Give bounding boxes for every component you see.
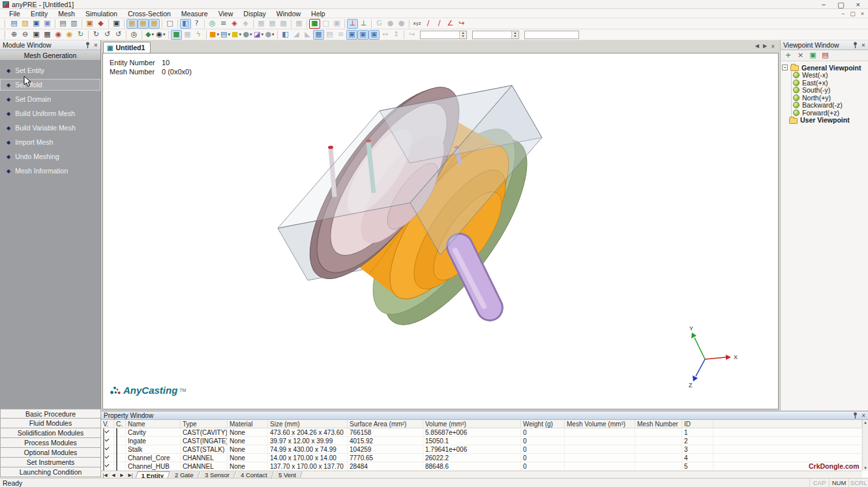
pane-layout-icon[interactable]: ◧ xyxy=(180,19,191,29)
rotate-x-icon[interactable]: ↻ xyxy=(91,30,102,40)
rotate-free-icon[interactable]: ↻ xyxy=(75,30,86,40)
tool-wrench-icon[interactable]: ● xyxy=(385,19,396,29)
stamp-icon[interactable]: ◆ xyxy=(95,19,106,29)
spinner-down-icon[interactable]: ▼ xyxy=(512,35,518,38)
measure-xyz-icon[interactable]: xyz xyxy=(412,19,423,29)
table-row-channel_hub[interactable]: Channel_HUBCHANNELNone137.70 x 170.00 x … xyxy=(101,462,862,471)
module-group-fluid-modules[interactable]: Fluid Modules xyxy=(0,419,101,428)
zoom-previous-icon[interactable]: ◉ xyxy=(64,30,75,40)
show-core-icon[interactable]: ■▾ xyxy=(231,30,242,40)
color-swatch[interactable] xyxy=(116,445,117,454)
module-group-basic-procedure[interactable]: Basic Procedure xyxy=(0,409,101,419)
pane-quad-icon[interactable]: ▣ xyxy=(368,30,380,40)
mdi-restore-icon[interactable]: ▢ xyxy=(850,10,856,17)
zoom-extents-icon[interactable]: ▦ xyxy=(42,30,53,40)
tree-node-backwardz[interactable]: Backward(-z) xyxy=(793,102,867,110)
add-viewpoint-icon[interactable]: + xyxy=(783,51,794,61)
casting-3d-model[interactable]: X Y Z xyxy=(103,53,779,410)
zoom-out-icon[interactable]: ⊖ xyxy=(20,30,31,40)
tree-node-user-viewpoint[interactable]: User Viewpoint xyxy=(789,117,867,125)
maximize-icon[interactable]: ▢ xyxy=(837,1,844,8)
column-header-c-[interactable]: C. xyxy=(114,420,126,428)
pane-list-icon[interactable]: ≡ xyxy=(335,30,346,40)
tree-node-northy[interactable]: North(+y) xyxy=(793,94,867,102)
new-model-icon[interactable]: ▤ xyxy=(8,19,20,29)
screen-capture-icon[interactable]: ▣ xyxy=(111,19,122,29)
select-entity-icon[interactable]: ◎ xyxy=(207,19,218,29)
export-viewpoint-icon[interactable]: ▤ xyxy=(820,51,831,61)
module-item-mesh-information[interactable]: ◆Mesh Information xyxy=(0,165,100,177)
module-group-process-modules[interactable]: Process Modules xyxy=(0,438,101,448)
pin-icon[interactable] xyxy=(852,412,858,419)
toolbar-text-field[interactable] xyxy=(524,31,579,39)
sheet-nav-prev-icon[interactable]: ◀ xyxy=(110,473,118,478)
rotate-y-icon[interactable]: ↺ xyxy=(102,30,113,40)
zoom-target-icon[interactable]: ◉ xyxy=(53,30,64,40)
viewpoint-close-icon[interactable]: × xyxy=(861,41,865,49)
module-item-build-uniform-mesh[interactable]: ◆Build Uniform Mesh xyxy=(0,108,100,119)
view-plane-xy-icon[interactable]: ▦ xyxy=(127,19,138,29)
property-scrollbar[interactable]: ▲ ▼ xyxy=(862,420,868,471)
render-quick-icon[interactable]: ϟ xyxy=(193,30,204,40)
module-item-build-variable-mesh[interactable]: ◆Build Variable Mesh xyxy=(0,122,100,134)
spinner-down-icon[interactable]: ▼ xyxy=(460,35,466,38)
color-cell[interactable] xyxy=(114,437,126,445)
entity-partial-icon[interactable]: ▣ xyxy=(331,19,342,29)
tree-node-westx[interactable]: West(-x) xyxy=(793,72,867,80)
sheet-nav-next-icon[interactable]: ▶ xyxy=(118,473,127,478)
color-swatch[interactable] xyxy=(116,437,117,445)
minimize-icon[interactable]: − xyxy=(822,1,826,8)
module-item-set-mold[interactable]: ◆Set Mold xyxy=(0,79,100,91)
column-header-name[interactable]: Name xyxy=(126,420,181,428)
print-preview-icon[interactable]: ▥ xyxy=(68,19,80,29)
view-plane-custom-icon[interactable]: □ xyxy=(164,19,175,29)
zoom-window-icon[interactable]: ▣ xyxy=(31,30,42,40)
entity-hidden-icon[interactable]: □ xyxy=(320,19,331,29)
column-header-material[interactable]: Material xyxy=(228,420,268,428)
menu-mesh[interactable]: Mesh xyxy=(53,10,80,18)
menu-simulation[interactable]: Simulation xyxy=(80,10,123,18)
column-header-mesh-volume-mm-[interactable]: Mesh Volume (mm³) xyxy=(565,420,635,428)
select-scale-icon[interactable]: ◣ xyxy=(302,30,313,40)
table-row-ingate[interactable]: IngateCAST(INGATE)None39.97 x 12.00 x 39… xyxy=(101,437,862,445)
tool-sphere-icon[interactable]: ● xyxy=(396,19,407,29)
menu-measure[interactable]: Measure xyxy=(176,10,213,18)
print-icon[interactable]: ▤ xyxy=(57,19,68,29)
scroll-down-icon[interactable]: ▼ xyxy=(863,466,867,470)
color-swatch[interactable] xyxy=(116,462,117,471)
pane-axes-icon[interactable]: ▤ xyxy=(324,30,335,40)
color-cell[interactable] xyxy=(114,428,126,437)
property-close-icon[interactable]: × xyxy=(861,412,865,419)
menu-entity[interactable]: Entity xyxy=(25,10,53,18)
zoom-in-icon[interactable]: ⊕ xyxy=(8,30,20,40)
color-cell[interactable] xyxy=(114,462,126,471)
tree-node-eastx[interactable]: East(+x) xyxy=(793,79,867,87)
show-cast-icon[interactable]: ■▾ xyxy=(209,30,220,40)
show-cylinder-icon[interactable]: ●▾ xyxy=(264,30,275,40)
display-eye-icon[interactable]: ◉▾ xyxy=(155,30,166,40)
redo-icon[interactable]: ↪ xyxy=(406,30,417,40)
visibility-cell[interactable] xyxy=(101,437,114,445)
tree-node-southy[interactable]: South(-y) xyxy=(793,87,867,95)
module-close-icon[interactable]: × xyxy=(94,41,98,49)
view-cube-icon[interactable]: ◧ xyxy=(280,30,291,40)
display-shaded-icon[interactable]: ◆▾ xyxy=(144,30,155,40)
column-header-id[interactable]: ID xyxy=(682,420,713,428)
save-as-icon[interactable]: ▣ xyxy=(42,19,53,29)
mesh-smooth-icon[interactable]: ▩ xyxy=(278,19,289,29)
menu-cross-section[interactable]: Cross-Section xyxy=(123,10,176,18)
help-icon[interactable]: ? xyxy=(191,19,202,29)
mdi-close-icon[interactable]: × xyxy=(861,10,864,17)
mesh-size-spinner[interactable]: ▲▼ xyxy=(420,31,467,39)
visibility-checkbox[interactable] xyxy=(103,462,104,471)
copy-entity-icon[interactable]: ◈ xyxy=(229,19,240,29)
tree-node-forwardz[interactable]: Forward(+z) xyxy=(793,109,867,117)
column-header-type[interactable]: Type xyxy=(181,420,228,428)
pane-double-icon[interactable]: ▣ xyxy=(357,30,368,40)
tree-collapse-icon[interactable]: − xyxy=(782,65,788,70)
axis-nodes-icon[interactable]: ⊥ xyxy=(358,19,369,29)
module-group-set-instruments[interactable]: Set Instruments xyxy=(0,458,101,467)
save-model-icon[interactable]: ▣ xyxy=(31,19,42,29)
mdi-minimize-icon[interactable]: − xyxy=(841,10,845,17)
select-vertex-icon[interactable]: ≡ xyxy=(218,19,229,29)
